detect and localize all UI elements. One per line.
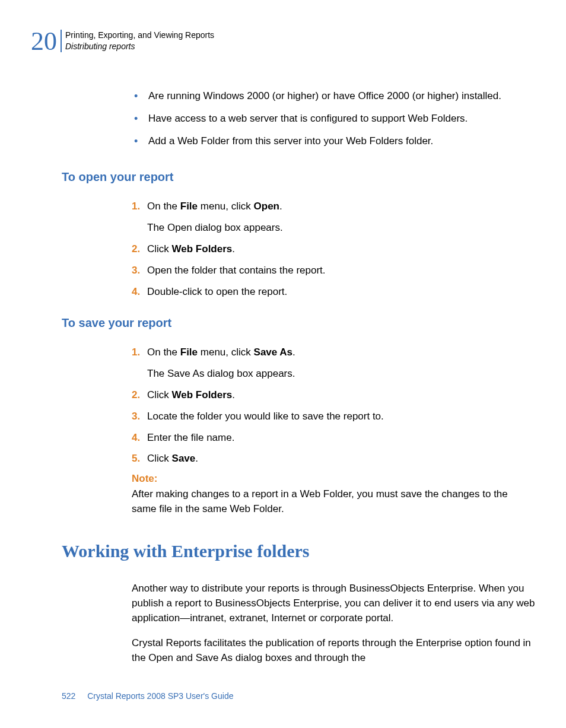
step-number: 4.	[132, 285, 147, 299]
heading-enterprise-folders: Working with Enterprise folders	[62, 541, 535, 561]
step-text: Click Save.	[147, 452, 535, 466]
footer-doc-title: Crystal Reports 2008 SP3 User's Guide	[87, 691, 233, 701]
step-text: Enter the file name.	[147, 431, 535, 445]
list-item: 4. Enter the file name.	[132, 431, 535, 445]
open-steps-list: 1. On the File menu, click Open.	[132, 199, 535, 214]
step-text: Open the folder that contains the report…	[147, 263, 535, 278]
header-divider	[61, 30, 62, 52]
step-number: 3.	[132, 409, 147, 424]
step-text: Double-click to open the report.	[147, 285, 535, 299]
body-paragraph: Crystal Reports facilitates the publicat…	[132, 636, 535, 665]
header-subtitle: Distributing reports	[65, 41, 214, 52]
list-item: Add a Web Folder from this server into y…	[132, 134, 535, 148]
list-item: 1. On the File menu, click Save As.	[132, 345, 535, 360]
step-number: 1.	[132, 345, 147, 360]
step-sub-paragraph: The Open dialog box appears.	[147, 221, 535, 235]
step-text: Click Web Folders.	[147, 242, 535, 256]
step-text: Locate the folder you would like to save…	[147, 409, 535, 424]
chapter-number: 20	[31, 28, 57, 55]
list-item: 1. On the File menu, click Open.	[132, 199, 535, 214]
step-text: Click Web Folders.	[147, 388, 535, 402]
open-steps-list-cont: 2. Click Web Folders. 3. Open the folder…	[132, 242, 535, 298]
list-item: 5. Click Save.	[132, 452, 535, 466]
step-number: 1.	[132, 199, 147, 214]
save-steps-list: 1. On the File menu, click Save As.	[132, 345, 535, 360]
save-steps-list-cont: 2. Click Web Folders. 3. Locate the fold…	[132, 388, 535, 466]
step-text: On the File menu, click Open.	[147, 199, 535, 214]
note-body: After making changes to a report in a We…	[132, 487, 535, 516]
step-number: 2.	[132, 242, 147, 256]
list-item: 2. Click Web Folders.	[132, 242, 535, 256]
page-number: 522	[62, 691, 75, 701]
note-label: Note:	[132, 473, 535, 485]
page-header: 20 Printing, Exporting, and Viewing Repo…	[31, 28, 535, 55]
list-item: 2. Click Web Folders.	[132, 388, 535, 402]
heading-save-report: To save your report	[62, 316, 535, 330]
step-number: 4.	[132, 431, 147, 445]
list-item: Have access to a web server that is conf…	[132, 112, 535, 126]
body-paragraph: Another way to distribute your reports i…	[132, 581, 535, 625]
heading-open-report: To open your report	[62, 170, 535, 184]
step-number: 3.	[132, 263, 147, 278]
header-title: Printing, Exporting, and Viewing Reports	[65, 30, 214, 41]
step-text: On the File menu, click Save As.	[147, 345, 535, 360]
list-item: 4. Double-click to open the report.	[132, 285, 535, 299]
step-number: 5.	[132, 452, 147, 466]
page-footer: 522 Crystal Reports 2008 SP3 User's Guid…	[62, 691, 233, 701]
header-text-block: Printing, Exporting, and Viewing Reports…	[65, 28, 214, 52]
step-sub-paragraph: The Save As dialog box appears.	[147, 367, 535, 381]
step-number: 2.	[132, 388, 147, 402]
list-item: 3. Locate the folder you would like to s…	[132, 409, 535, 424]
list-item: Are running Windows 2000 (or higher) or …	[132, 89, 535, 103]
intro-bullet-list: Are running Windows 2000 (or higher) or …	[132, 89, 535, 148]
list-item: 3. Open the folder that contains the rep…	[132, 263, 535, 278]
